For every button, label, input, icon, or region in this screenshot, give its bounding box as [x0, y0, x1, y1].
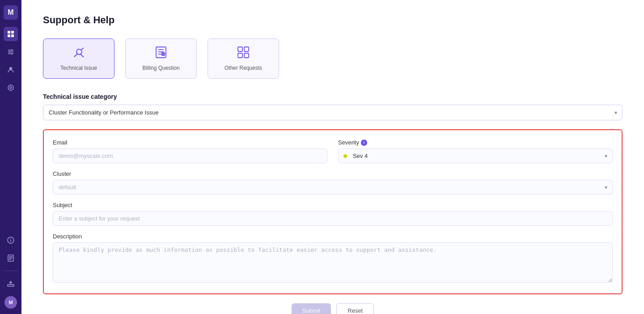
subject-field-group: Subject — [53, 202, 613, 226]
svg-line-24 — [74, 55, 76, 57]
svg-rect-34 — [238, 47, 242, 51]
severity-select[interactable]: Sev 4 Sev 3 Sev 2 Sev 1 — [338, 149, 613, 163]
sidebar-icon-document[interactable] — [4, 251, 18, 265]
sidebar-icon-upload[interactable] — [4, 276, 18, 291]
sidebar-divider — [4, 271, 18, 271]
form-actions: Submit Reset — [43, 303, 623, 314]
app-logo: M — [4, 5, 18, 20]
severity-label: Severity i — [338, 139, 613, 146]
svg-point-12 — [10, 87, 12, 89]
sidebar-icon-info[interactable]: i — [4, 233, 18, 247]
page-title: Support & Help — [43, 14, 623, 26]
svg-point-8 — [9, 51, 10, 53]
category-card-billing[interactable]: Billing Question — [125, 38, 197, 79]
sidebar-icon-chart[interactable] — [4, 81, 18, 95]
category-cards: Technical Issue Billing Question — [43, 38, 623, 79]
svg-rect-35 — [244, 47, 249, 51]
email-field-group: Email — [53, 139, 327, 163]
billing-icon — [155, 46, 167, 61]
svg-rect-27 — [156, 47, 166, 58]
issue-category-select[interactable]: Cluster Functionality or Performance Iss… — [43, 105, 623, 120]
issue-category-label: Technical issue category — [43, 93, 623, 100]
submit-button[interactable]: Submit — [292, 303, 331, 314]
email-label: Email — [53, 139, 327, 146]
svg-point-11 — [8, 85, 13, 90]
svg-line-23 — [81, 48, 84, 50]
email-input[interactable] — [53, 149, 327, 163]
other-label: Other Requests — [225, 65, 262, 71]
description-label: Description — [53, 233, 613, 240]
user-avatar[interactable]: M — [4, 296, 17, 309]
svg-rect-3 — [11, 34, 14, 37]
cluster-row: Cluster default ▾ — [53, 170, 613, 195]
svg-point-10 — [9, 67, 12, 70]
svg-rect-2 — [8, 34, 10, 37]
svg-text:i: i — [10, 238, 12, 243]
other-icon — [237, 46, 250, 61]
issue-category-section: Technical issue category Cluster Functio… — [43, 93, 623, 120]
subject-label: Subject — [53, 202, 613, 208]
email-severity-row: Email Severity i Sev 4 Sev 3 Sev 2 Sev 1 — [53, 139, 613, 163]
description-textarea[interactable] — [53, 242, 613, 283]
technical-icon — [72, 46, 85, 61]
reset-button[interactable]: Reset — [336, 303, 374, 314]
svg-rect-1 — [11, 31, 14, 34]
subject-row: Subject — [53, 202, 613, 226]
svg-rect-36 — [238, 53, 242, 58]
svg-point-9 — [11, 53, 13, 55]
svg-line-26 — [82, 55, 84, 57]
svg-point-7 — [11, 50, 13, 51]
severity-dot-icon — [343, 154, 347, 158]
technical-label: Technical Issue — [60, 65, 97, 71]
sidebar: M i M — [0, 0, 21, 314]
description-row: Description — [53, 233, 613, 284]
sidebar-icon-person[interactable] — [4, 63, 18, 77]
svg-rect-0 — [8, 31, 10, 34]
main-content: Support & Help Technical Issue — [21, 0, 644, 314]
cluster-field-group: Cluster default ▾ — [53, 170, 613, 195]
severity-info-icon[interactable]: i — [361, 140, 367, 146]
cluster-select-wrapper: default ▾ — [53, 180, 613, 195]
billing-label: Billing Question — [142, 65, 179, 71]
support-form-box: Email Severity i Sev 4 Sev 3 Sev 2 Sev 1 — [43, 129, 623, 294]
issue-category-dropdown-wrapper: Cluster Functionality or Performance Iss… — [43, 105, 623, 120]
sidebar-icon-grid[interactable] — [4, 27, 18, 41]
subject-input[interactable] — [53, 211, 613, 226]
category-card-other[interactable]: Other Requests — [208, 38, 279, 79]
description-field-group: Description — [53, 233, 613, 284]
cluster-select[interactable]: default — [53, 180, 613, 195]
svg-rect-37 — [244, 53, 249, 58]
cluster-label: Cluster — [53, 170, 613, 177]
category-card-technical[interactable]: Technical Issue — [43, 38, 114, 79]
severity-select-wrapper: Sev 4 Sev 3 Sev 2 Sev 1 ▾ — [338, 149, 613, 163]
sidebar-icon-settings[interactable] — [4, 45, 18, 59]
severity-field-group: Severity i Sev 4 Sev 3 Sev 2 Sev 1 ▾ — [338, 139, 613, 163]
